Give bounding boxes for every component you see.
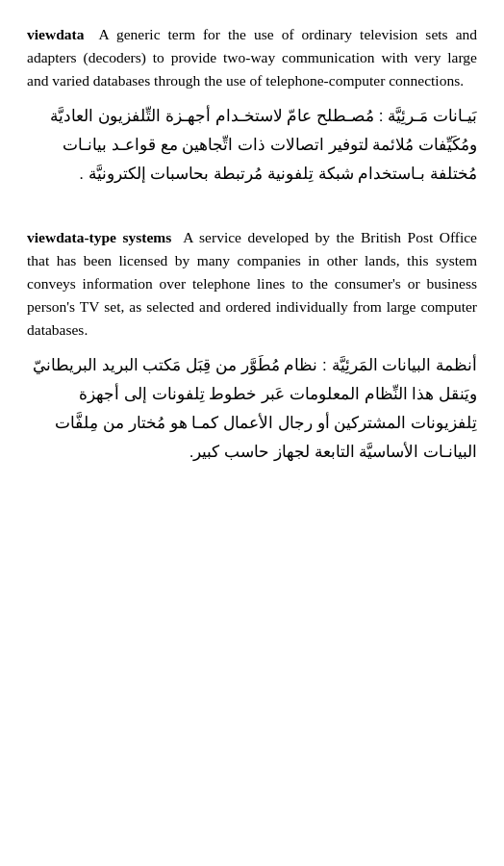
page-container: viewdata A generic term for the use of o… [0, 0, 504, 866]
entry-viewdata-type-systems: viewdata-type systems A service develope… [27, 226, 477, 466]
entry-viewdata: viewdata A generic term for the use of o… [27, 23, 477, 188]
entry-viewdata-english: viewdata A generic term for the use of o… [27, 23, 477, 92]
entry-viewdata-type-systems-arabic: أنظمة البيانات المَرئِيَّة : نظام مُطَوَ… [27, 351, 477, 466]
entry-divider [27, 205, 477, 216]
entry-viewdata-definition: A generic term for the use of ordinary t… [27, 26, 477, 89]
entry-viewdata-type-systems-term: viewdata-type systems [27, 229, 171, 245]
entry-viewdata-term: viewdata [27, 26, 84, 42]
entry-viewdata-arabic: بَيـانات مَـرئِيَّة : مُصـطلح عامّ لاستخ… [27, 102, 477, 188]
entry-viewdata-type-systems-english: viewdata-type systems A service develope… [27, 226, 477, 342]
